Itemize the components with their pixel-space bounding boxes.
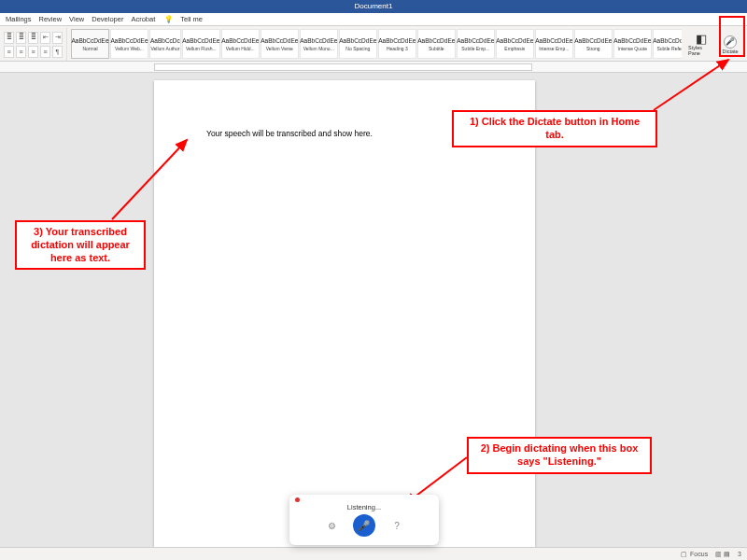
style-preview: AaBbCcDdEe (535, 37, 572, 44)
style-vellum-mono-[interactable]: AaBbCcDdEeVellum Mono... (300, 29, 338, 59)
tab-acrobat[interactable]: Acrobat (131, 15, 155, 23)
increase-indent-button[interactable]: ⇥ (52, 32, 63, 44)
dictate-mic-icon: 🎤 (724, 35, 737, 49)
style-intense-emp-[interactable]: AaBbCcDdEeIntense Emp... (535, 29, 573, 59)
style-preview: AaBbCcDdEe (653, 37, 682, 44)
style-strong[interactable]: AaBbCcDdEeStrong (574, 29, 613, 59)
horizontal-ruler[interactable] (0, 62, 747, 73)
style-preview: AaBbCcDdEe (182, 37, 219, 44)
style-preview: AaBbCcDdEe (613, 37, 651, 44)
style-preview: AaBbCcDdEe (71, 37, 108, 44)
style-no-spacing[interactable]: AaBbCcDdEeNo Spacing (339, 29, 377, 59)
tab-developer[interactable]: Developer (92, 15, 123, 23)
style-vellum-hidd-[interactable]: AaBbCcDdEeVellum Hidd... (221, 29, 260, 59)
tab-review[interactable]: Review (39, 15, 63, 23)
ribbon: ≣ ≣ ≣ ⇤ ⇥ ≡ ≡ ≡ ≡ ¶ AaBbCcDdEeNormalAaBb… (0, 26, 747, 62)
style-name: Vellum Mono... (303, 46, 334, 51)
style-name: No Spacing (345, 46, 370, 51)
styles-pane-label: Styles Pane (688, 45, 714, 56)
style-name: Heading 3 (387, 46, 408, 51)
tab-view[interactable]: View (69, 15, 84, 23)
style-heading-3[interactable]: AaBbCcDdEeHeading 3 (378, 29, 416, 59)
document-title: Document1 (355, 2, 393, 10)
callout-2: 2) Begin dictating when this box says "L… (467, 437, 652, 474)
style-name: Intense Quote (618, 46, 647, 51)
style-name: Vellum Flush... (186, 46, 217, 51)
style-preview: AaBbCcDdEe (261, 37, 298, 44)
align-center-button[interactable]: ≡ (16, 46, 26, 58)
style-name: Vellum Web... (115, 46, 144, 51)
style-intense-quote[interactable]: AaBbCcDdEeIntense Quote (613, 29, 652, 59)
tab-mailings[interactable]: Mailings (6, 15, 32, 23)
style-name: Vellum Verse (266, 46, 293, 51)
recording-indicator-icon (295, 497, 300, 502)
callout-1: 1) Click the Dictate button in Home tab. (452, 110, 657, 147)
styles-gallery[interactable]: AaBbCcDdEeNormalAaBbCcDdEeVellum Web...A… (71, 28, 682, 61)
align-right-button[interactable]: ≡ (28, 46, 38, 58)
style-preview: AaBbCcDdEe (339, 37, 376, 44)
style-preview: AaBbCcDdEe (110, 37, 148, 44)
decrease-indent-button[interactable]: ⇤ (40, 32, 50, 44)
dictation-help-icon[interactable]: ? (390, 519, 403, 532)
dictate-label: Dictate (722, 49, 738, 54)
style-vellum-web-[interactable]: AaBbCcDdEeVellum Web... (110, 29, 148, 59)
styles-pane-button[interactable]: ◧ Styles Pane (687, 28, 715, 61)
style-name: Vellum Hidd... (226, 46, 255, 51)
numbering-button[interactable]: ≣ (16, 32, 26, 44)
style-emphasis[interactable]: AaBbCcDdEeEmphasis (496, 29, 534, 59)
style-name: Vellum Author (150, 46, 179, 51)
dictation-toolbar[interactable]: Listening... ⚙ 🎤 ? (289, 495, 439, 545)
callout-3: 3) Your transcribed dictation will appea… (15, 220, 146, 270)
dictate-button[interactable]: 🎤 Dictate (717, 28, 743, 61)
ribbon-tabs: Mailings Review View Developer Acrobat 💡… (0, 13, 747, 26)
microphone-icon: 🎤 (358, 520, 371, 532)
status-bar: ▢ Focus ▥ ▤ 3 (0, 547, 747, 560)
style-subtle-refer-[interactable]: AaBbCcDdEeSubtle Refer... (653, 29, 682, 59)
title-bar: Document1 (0, 0, 747, 13)
align-left-button[interactable]: ≡ (4, 46, 14, 58)
focus-mode-button[interactable]: ▢ Focus (681, 551, 708, 558)
style-name: Strong (586, 46, 600, 51)
style-name: Subtle Emp... (461, 46, 489, 51)
style-name: Emphasis (504, 46, 525, 51)
document-body-text[interactable]: Your speech will be transcribed and show… (206, 129, 373, 138)
style-subtle-emp-[interactable]: AaBbCcDdEeSubtle Emp... (457, 29, 495, 59)
style-preview: AaBbCcDdEe (457, 37, 494, 44)
style-subtitle[interactable]: AaBbCcDdEeSubtitle (417, 29, 456, 59)
tell-me-search[interactable]: Tell me (180, 15, 203, 23)
style-preview: AaBbCcDdEe (574, 37, 612, 44)
focus-icon: ▢ (681, 551, 687, 558)
style-vellum-flush-[interactable]: AaBbCcDdEeVellum Flush... (182, 29, 220, 59)
dictation-mic-button[interactable]: 🎤 (353, 514, 375, 537)
multilevel-list-button[interactable]: ≣ (28, 32, 38, 44)
page-indicator: 3 (738, 551, 741, 557)
paragraph-group: ≣ ≣ ≣ ⇤ ⇥ ≡ ≡ ≡ ≡ ¶ (4, 28, 67, 61)
style-preview: AaBbCcDdEe (417, 37, 455, 44)
dictation-status: Listening... (347, 503, 381, 511)
justify-button[interactable]: ≡ (40, 46, 50, 58)
bullets-button[interactable]: ≣ (4, 32, 14, 44)
style-name: Normal (82, 46, 97, 51)
style-preview: AaBbCcDdEe (378, 37, 416, 44)
style-vellum-verse[interactable]: AaBbCcDdEeVellum Verse (261, 29, 299, 59)
style-preview: AaBbCcDc (150, 37, 180, 44)
style-preview: AaBbCcDdEe (300, 37, 337, 44)
show-marks-button[interactable]: ¶ (52, 46, 63, 58)
style-name: Subtle Refer... (656, 46, 682, 51)
style-preview: AaBbCcDdEe (221, 37, 259, 44)
lightbulb-icon: 💡 (164, 15, 173, 23)
style-name: Intense Emp... (539, 46, 569, 51)
view-buttons[interactable]: ▥ ▤ (715, 551, 730, 558)
style-vellum-author[interactable]: AaBbCcDcVellum Author (149, 29, 181, 59)
styles-pane-icon: ◧ (696, 33, 707, 45)
style-normal[interactable]: AaBbCcDdEeNormal (71, 29, 109, 59)
style-name: Subtitle (429, 46, 444, 51)
style-preview: AaBbCcDdEe (496, 37, 533, 44)
dictation-settings-icon[interactable]: ⚙ (325, 519, 338, 532)
document-page[interactable]: Your speech will be transcribed and show… (154, 80, 535, 547)
